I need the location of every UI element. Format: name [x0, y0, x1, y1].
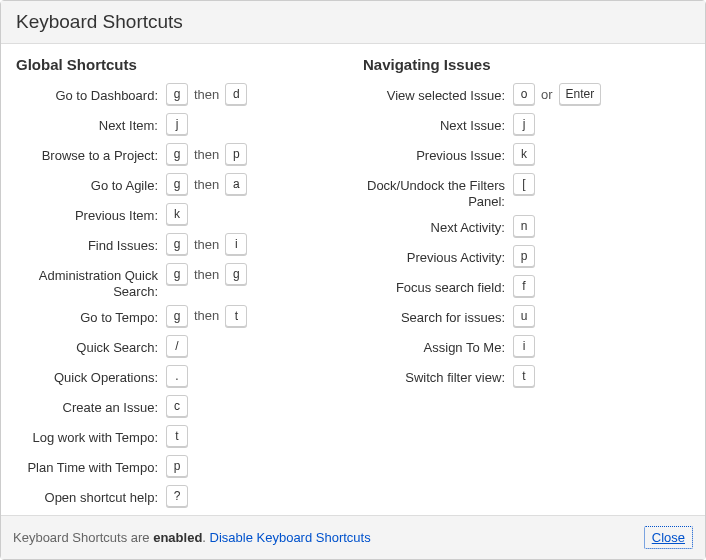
shortcut-keys: c	[166, 395, 188, 417]
global-shortcuts-list: Go to Dashboard:gthendNext Item:jBrowse …	[16, 83, 343, 515]
shortcut-row: Go to Tempo:gthent	[16, 305, 343, 331]
shortcut-keys: k	[166, 203, 188, 225]
key: p	[225, 143, 247, 165]
shortcut-row: Open shortcut help:?	[16, 485, 343, 511]
shortcut-keys: /	[166, 335, 188, 357]
shortcut-row: Next Activity:n	[363, 215, 690, 241]
key: t	[225, 305, 247, 327]
key: o	[513, 83, 535, 105]
shortcut-row: Go to Dashboard:gthend	[16, 83, 343, 109]
shortcut-keys: n	[513, 215, 535, 237]
key: i	[513, 335, 535, 357]
key: j	[166, 113, 188, 135]
shortcut-label: Open shortcut help:	[16, 485, 166, 506]
shortcut-label: Switch filter view:	[363, 365, 513, 386]
dialog-footer: Keyboard Shortcuts are enabled. Disable …	[1, 515, 705, 559]
shortcut-row: Switch filter view:t	[363, 365, 690, 391]
shortcut-keys: t	[513, 365, 535, 387]
shortcut-row: Quick Search:/	[16, 335, 343, 361]
shortcut-keys: p	[513, 245, 535, 267]
shortcut-row: Find Issues:gtheni	[16, 233, 343, 259]
key: g	[166, 233, 188, 255]
shortcut-status: Keyboard Shortcuts are enabled. Disable …	[13, 530, 371, 545]
shortcut-keys: u	[513, 305, 535, 327]
dialog-header: Keyboard Shortcuts	[1, 1, 705, 44]
shortcut-keys: [	[513, 173, 535, 195]
key: a	[225, 173, 247, 195]
key: f	[513, 275, 535, 297]
shortcut-row: Quick Operations:.	[16, 365, 343, 391]
key: Enter	[559, 83, 602, 105]
key: j	[513, 113, 535, 135]
shortcut-label: Log work with Tempo:	[16, 425, 166, 446]
shortcut-keys: i	[513, 335, 535, 357]
dialog-body[interactable]: Global Shortcuts Go to Dashboard:gthendN…	[1, 44, 705, 515]
key: [	[513, 173, 535, 195]
shortcut-row: Create an Issue:c	[16, 395, 343, 421]
key: g	[225, 263, 247, 285]
key-separator: then	[194, 147, 219, 162]
key: g	[166, 263, 188, 285]
shortcut-keys: gthenp	[166, 143, 247, 165]
shortcut-keys: f	[513, 275, 535, 297]
key: d	[225, 83, 247, 105]
key: p	[166, 455, 188, 477]
shortcut-label: Go to Agile:	[16, 173, 166, 194]
key: u	[513, 305, 535, 327]
status-prefix: Keyboard Shortcuts are	[13, 530, 153, 545]
shortcut-label: Create an Issue:	[16, 395, 166, 416]
key: c	[166, 395, 188, 417]
shortcut-keys: gthend	[166, 83, 247, 105]
key-separator: then	[194, 237, 219, 252]
key: p	[513, 245, 535, 267]
shortcut-row: Administration Quick Search:gtheng	[16, 263, 343, 301]
global-shortcuts-heading: Global Shortcuts	[16, 56, 343, 73]
shortcut-row: Previous Item:k	[16, 203, 343, 229]
shortcut-keys: ?	[166, 485, 188, 507]
key-separator: then	[194, 87, 219, 102]
shortcut-keys: t	[166, 425, 188, 447]
key: g	[166, 143, 188, 165]
key: k	[513, 143, 535, 165]
shortcut-label: Quick Operations:	[16, 365, 166, 386]
shortcut-label: View selected Issue:	[363, 83, 513, 104]
shortcut-row: Next Issue:j	[363, 113, 690, 139]
key-separator: then	[194, 308, 219, 323]
shortcut-label: Search for issues:	[363, 305, 513, 326]
shortcut-row: Search for issues:u	[363, 305, 690, 331]
key: k	[166, 203, 188, 225]
shortcut-label: Form Submit:	[16, 515, 166, 516]
shortcut-label: Next Item:	[16, 113, 166, 134]
shortcut-label: Go to Dashboard:	[16, 83, 166, 104]
shortcut-label: Assign To Me:	[363, 335, 513, 356]
shortcut-keys: j	[513, 113, 535, 135]
key: i	[225, 233, 247, 255]
key: s	[226, 515, 248, 516]
key: g	[166, 83, 188, 105]
status-value: enabled	[153, 530, 202, 545]
shortcut-label: Go to Tempo:	[16, 305, 166, 326]
shortcut-keys: gthena	[166, 173, 247, 195]
shortcut-row: Next Item:j	[16, 113, 343, 139]
key-separator: then	[194, 267, 219, 282]
shortcut-row: Form Submit:Ctrl+s	[16, 515, 343, 516]
status-suffix: .	[202, 530, 209, 545]
key: t	[166, 425, 188, 447]
close-button[interactable]: Close	[644, 526, 693, 549]
shortcut-keys: .	[166, 365, 188, 387]
key-separator: then	[194, 177, 219, 192]
shortcut-row: View selected Issue:oorEnter	[363, 83, 690, 109]
shortcut-keys: gthent	[166, 305, 247, 327]
disable-shortcuts-link[interactable]: Disable Keyboard Shortcuts	[210, 530, 371, 545]
shortcut-row: Previous Issue:k	[363, 143, 690, 169]
key-separator: or	[541, 87, 553, 102]
global-shortcuts-column: Global Shortcuts Go to Dashboard:gthendN…	[16, 56, 343, 515]
shortcut-label: Next Activity:	[363, 215, 513, 236]
shortcut-label: Dock/Undock the Filters Panel:	[363, 173, 513, 211]
navigating-issues-list: View selected Issue:oorEnterNext Issue:j…	[363, 83, 690, 391]
shortcut-row: Dock/Undock the Filters Panel:[	[363, 173, 690, 211]
keyboard-shortcuts-dialog: Keyboard Shortcuts Global Shortcuts Go t…	[0, 0, 706, 560]
shortcut-label: Browse to a Project:	[16, 143, 166, 164]
shortcut-label: Previous Issue:	[363, 143, 513, 164]
shortcut-row: Plan Time with Tempo:p	[16, 455, 343, 481]
